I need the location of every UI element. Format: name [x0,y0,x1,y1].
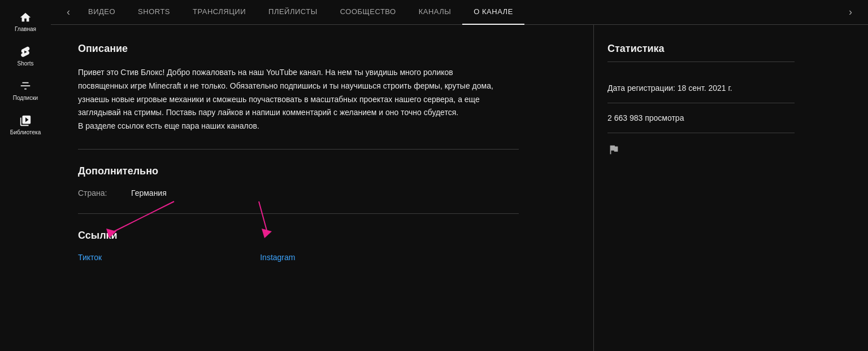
link-tiktok[interactable]: Тикток [78,253,102,262]
sidebar-item-home[interactable]: Главная [3,5,48,37]
sidebar-item-subscriptions[interactable]: Подписки [3,73,48,106]
tab-streams[interactable]: ТРАНСЛЯЦИИ [181,0,257,25]
svg-line-2 [259,201,267,232]
sidebar-item-subscriptions-label: Подписки [13,95,38,101]
stats-title: Статистика [607,43,795,62]
tab-channels[interactable]: КАНАЛЫ [407,0,463,25]
links-row: Тикток Instagram [78,253,566,262]
library-icon [19,115,32,127]
divider-1 [78,149,519,150]
additional-title: Дополнительно [78,165,566,177]
nav-prev-arrow[interactable]: ‹ [60,6,77,18]
home-icon [19,11,32,24]
channel-nav: ‹ ВИДЕО SHORTS ТРАНСЛЯЦИИ ПЛЕЙЛИСТЫ СООБ… [51,0,868,25]
links-section: Ссылки Тикток Instagram [78,230,566,262]
content-area: Описание Привет это Стив Блокс! Добро по… [51,25,868,351]
subscriptions-icon [19,80,32,93]
description-title: Описание [78,43,566,55]
sidebar-item-shorts[interactable]: Shorts [3,39,48,71]
description-text: Привет это Стив Блокс! Добро пожаловать … [78,66,502,133]
tab-shorts[interactable]: SHORTS [127,0,181,25]
sidebar: Главная Shorts Подписки Библиотека [0,0,51,351]
sidebar-item-library-label: Библиотека [10,129,41,135]
country-label: Страна: [78,188,118,198]
tab-community[interactable]: СООБЩЕСТВО [329,0,407,25]
tab-video[interactable]: ВИДЕО [77,0,127,25]
sidebar-item-home-label: Главная [15,26,36,32]
links-title: Ссылки [78,230,566,242]
sidebar-item-shorts-label: Shorts [18,60,34,67]
divider-2 [78,213,519,214]
nav-tabs: ВИДЕО SHORTS ТРАНСЛЯЦИИ ПЛЕЙЛИСТЫ СООБЩЕ… [77,0,842,25]
left-panel: Описание Привет это Стив Блокс! Добро по… [51,25,593,351]
tab-playlists[interactable]: ПЛЕЙЛИСТЫ [257,0,329,25]
tab-about[interactable]: О КАНАЛЕ [462,0,524,25]
registration-date: Дата регистрации: 18 сент. 2021 г. [607,73,795,103]
link-instagram[interactable]: Instagram [260,253,295,262]
flag-row [607,133,795,168]
sidebar-item-library[interactable]: Библиотека [3,108,48,140]
description-section: Описание Привет это Стив Блокс! Добро по… [78,43,566,133]
nav-next-arrow[interactable]: › [842,6,859,18]
additional-row: Страна: Германия [78,188,566,198]
shorts-icon [19,46,32,58]
svg-line-0 [112,201,174,232]
flag-icon [607,148,620,157]
flag-svg [607,143,620,156]
right-panel: Статистика Дата регистрации: 18 сент. 20… [593,25,808,351]
country-value: Германия [131,188,167,198]
views-count: 2 663 983 просмотра [607,103,795,133]
main-area: ‹ ВИДЕО SHORTS ТРАНСЛЯЦИИ ПЛЕЙЛИСТЫ СООБ… [51,0,868,351]
additional-section: Дополнительно Страна: Германия [78,165,566,198]
